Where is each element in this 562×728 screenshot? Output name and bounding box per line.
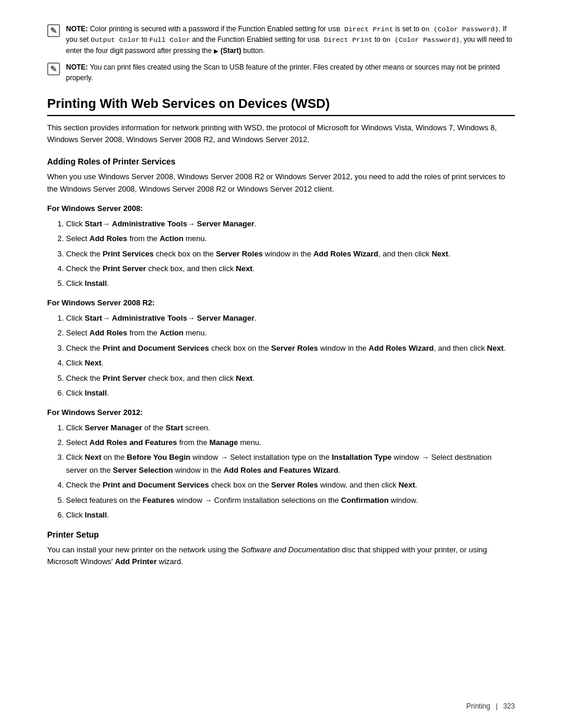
- note-1-label: NOTE:: [66, 25, 88, 33]
- win2008-step-5: Click Install.: [66, 277, 515, 289]
- printer-setup-title: Printer Setup: [47, 530, 515, 539]
- win2012-step-1: Click Server Manager of the Start screen…: [66, 421, 515, 434]
- win2008-step-2: Select Add Roles from the Action menu.: [66, 232, 515, 245]
- subsection-adding-roles-title: Adding Roles of Printer Services: [47, 157, 515, 166]
- win2012-step-5: Select features on the Features window →…: [66, 494, 515, 506]
- win2008r2-steps: Click Start→ Administrative Tools→ Serve…: [47, 312, 515, 400]
- win2008-step-1: Click Start→ Administrative Tools→ Serve…: [66, 218, 515, 230]
- subsection-adding-roles-body: When you use Windows Server 2008, Window…: [47, 171, 515, 196]
- note-1-text: NOTE: Color printing is secured with a p…: [66, 24, 515, 56]
- win2008r2-step-5: Check the Print Server check box, and th…: [66, 372, 515, 384]
- svg-text:✎: ✎: [50, 65, 57, 74]
- note-2-body: You can print files created using the Sc…: [66, 63, 500, 82]
- main-section-intro: This section provides information for ne…: [47, 122, 515, 147]
- win2008-steps: Click Start→ Administrative Tools→ Serve…: [47, 218, 515, 290]
- printer-setup-body: You can install your new printer on the …: [47, 544, 515, 569]
- page-footer: Printing | 323: [466, 702, 515, 710]
- note-2-text: NOTE: You can print files created using …: [66, 62, 515, 83]
- win2012-step-4: Check the Print and Document Services ch…: [66, 479, 515, 491]
- note-icon-2: ✎: [47, 62, 60, 75]
- win2008r2-step-4: Click Next.: [66, 357, 515, 369]
- note-2: ✎ NOTE: You can print files created usin…: [47, 62, 515, 83]
- win2012-step-2: Select Add Roles and Features from the M…: [66, 436, 515, 449]
- main-section-title: Printing With Web Services on Devices (W…: [47, 96, 515, 116]
- footer-section: Printing: [466, 702, 490, 710]
- note-1: ✎ NOTE: Color printing is secured with a…: [47, 24, 515, 56]
- win2012-step-3: Click Next on the Before You Begin windo…: [66, 451, 515, 476]
- win2008r2-title: For Windows Server 2008 R2:: [47, 298, 515, 307]
- footer-separator: |: [496, 702, 498, 710]
- svg-text:✎: ✎: [50, 27, 57, 35]
- note-2-label: NOTE:: [66, 63, 88, 71]
- win2008r2-step-2: Select Add Roles from the Action menu.: [66, 327, 515, 339]
- win2008-title: For Windows Server 2008:: [47, 204, 515, 213]
- note-1-body: Color printing is secured with a passwor…: [66, 25, 513, 55]
- win2012-steps: Click Server Manager of the Start screen…: [47, 421, 515, 522]
- win2012-step-6: Click Install.: [66, 509, 515, 521]
- notes-container: ✎ NOTE: Color printing is secured with a…: [47, 24, 515, 83]
- note-icon-1: ✎: [47, 24, 60, 37]
- win2008-step-3: Check the Print Services check box on th…: [66, 248, 515, 260]
- footer-page: 323: [503, 702, 515, 710]
- win2008r2-step-3: Check the Print and Document Services ch…: [66, 342, 515, 354]
- win2008-step-4: Check the Print Server check box, and th…: [66, 262, 515, 275]
- win2008r2-step-6: Click Install.: [66, 387, 515, 399]
- win2012-title: For Windows Server 2012:: [47, 408, 515, 417]
- win2008r2-step-1: Click Start→ Administrative Tools→ Serve…: [66, 312, 515, 324]
